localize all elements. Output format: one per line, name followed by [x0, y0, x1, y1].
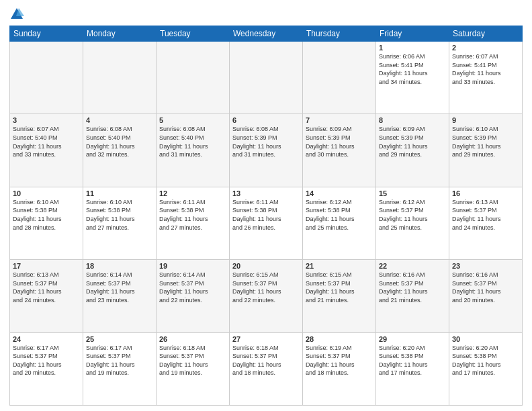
day-info: Sunrise: 6:08 AMSunset: 5:40 PMDaylight:… — [159, 125, 226, 158]
calendar-week: 24Sunrise: 6:17 AMSunset: 5:37 PMDayligh… — [10, 332, 523, 405]
day-info: Sunrise: 6:18 AMSunset: 5:37 PMDaylight:… — [159, 344, 226, 377]
day-info: Sunrise: 6:20 AMSunset: 5:38 PMDaylight:… — [379, 344, 446, 377]
day-info: Sunrise: 6:14 AMSunset: 5:37 PMDaylight:… — [159, 271, 226, 304]
day-info: Sunrise: 6:20 AMSunset: 5:38 PMDaylight:… — [452, 344, 519, 377]
weekday-header: Saturday — [449, 26, 523, 42]
day-number: 28 — [306, 335, 373, 343]
calendar-cell: 7Sunrise: 6:09 AMSunset: 5:39 PMDaylight… — [303, 114, 376, 187]
weekday-header: Sunday — [10, 26, 83, 42]
day-info: Sunrise: 6:09 AMSunset: 5:39 PMDaylight:… — [379, 125, 446, 158]
day-info: Sunrise: 6:08 AMSunset: 5:40 PMDaylight:… — [86, 125, 153, 158]
calendar-cell: 27Sunrise: 6:18 AMSunset: 5:37 PMDayligh… — [230, 332, 303, 405]
day-info: Sunrise: 6:08 AMSunset: 5:39 PMDaylight:… — [232, 125, 300, 158]
calendar-cell: 20Sunrise: 6:15 AMSunset: 5:37 PMDayligh… — [230, 260, 303, 332]
day-number: 21 — [306, 262, 373, 270]
day-number: 12 — [159, 189, 226, 197]
weekday-header: Tuesday — [157, 26, 230, 42]
calendar-cell: 13Sunrise: 6:11 AMSunset: 5:38 PMDayligh… — [230, 187, 303, 259]
day-number: 10 — [13, 189, 80, 197]
calendar-cell: 3Sunrise: 6:07 AMSunset: 5:40 PMDaylight… — [10, 114, 83, 187]
weekday-header: Thursday — [303, 26, 376, 42]
logo-icon — [9, 7, 24, 21]
day-info: Sunrise: 6:11 AMSunset: 5:38 PMDaylight:… — [159, 198, 226, 232]
page: SundayMondayTuesdayWednesdayThursdayFrid… — [0, 0, 532, 411]
calendar-cell: 15Sunrise: 6:12 AMSunset: 5:37 PMDayligh… — [376, 187, 449, 259]
calendar-cell — [83, 42, 157, 114]
calendar-cell: 2Sunrise: 6:07 AMSunset: 5:41 PMDaylight… — [449, 42, 523, 114]
calendar-cell — [10, 42, 83, 114]
day-info: Sunrise: 6:12 AMSunset: 5:38 PMDaylight:… — [306, 198, 373, 232]
day-number: 13 — [232, 189, 300, 197]
day-number: 22 — [379, 262, 446, 270]
calendar-cell: 11Sunrise: 6:10 AMSunset: 5:38 PMDayligh… — [83, 187, 157, 259]
calendar-cell: 6Sunrise: 6:08 AMSunset: 5:39 PMDaylight… — [230, 114, 303, 187]
day-number: 25 — [86, 335, 153, 343]
day-number: 11 — [86, 189, 153, 197]
calendar-cell: 8Sunrise: 6:09 AMSunset: 5:39 PMDaylight… — [376, 114, 449, 187]
calendar-cell — [157, 42, 230, 114]
day-info: Sunrise: 6:10 AMSunset: 5:39 PMDaylight:… — [452, 125, 519, 158]
day-number: 17 — [13, 262, 80, 270]
day-info: Sunrise: 6:09 AMSunset: 5:39 PMDaylight:… — [306, 125, 373, 158]
day-info: Sunrise: 6:15 AMSunset: 5:37 PMDaylight:… — [232, 271, 300, 304]
calendar-cell: 5Sunrise: 6:08 AMSunset: 5:40 PMDaylight… — [157, 114, 230, 187]
day-number: 5 — [159, 116, 226, 124]
day-number: 8 — [379, 116, 446, 124]
calendar-cell: 22Sunrise: 6:16 AMSunset: 5:37 PMDayligh… — [376, 260, 449, 332]
calendar-cell: 28Sunrise: 6:19 AMSunset: 5:37 PMDayligh… — [303, 332, 376, 405]
day-number: 2 — [452, 44, 519, 52]
weekday-header: Monday — [83, 26, 157, 42]
calendar-cell — [230, 42, 303, 114]
day-number: 3 — [13, 116, 80, 124]
calendar-cell: 9Sunrise: 6:10 AMSunset: 5:39 PMDaylight… — [449, 114, 523, 187]
day-number: 9 — [452, 116, 519, 124]
calendar-week: 3Sunrise: 6:07 AMSunset: 5:40 PMDaylight… — [10, 114, 523, 187]
calendar-cell: 25Sunrise: 6:17 AMSunset: 5:37 PMDayligh… — [83, 332, 157, 405]
day-info: Sunrise: 6:12 AMSunset: 5:37 PMDaylight:… — [379, 198, 446, 232]
day-info: Sunrise: 6:11 AMSunset: 5:38 PMDaylight:… — [232, 198, 300, 232]
day-number: 15 — [379, 189, 446, 197]
calendar-cell: 17Sunrise: 6:13 AMSunset: 5:37 PMDayligh… — [10, 260, 83, 332]
calendar-week: 10Sunrise: 6:10 AMSunset: 5:38 PMDayligh… — [10, 187, 523, 259]
day-number: 20 — [232, 262, 300, 270]
day-info: Sunrise: 6:17 AMSunset: 5:37 PMDaylight:… — [13, 344, 80, 377]
calendar-cell — [303, 42, 376, 114]
day-number: 6 — [232, 116, 300, 124]
calendar-cell: 1Sunrise: 6:06 AMSunset: 5:41 PMDaylight… — [376, 42, 449, 114]
day-number: 26 — [159, 335, 226, 343]
header — [9, 7, 523, 21]
day-number: 4 — [86, 116, 153, 124]
day-info: Sunrise: 6:19 AMSunset: 5:37 PMDaylight:… — [306, 344, 373, 377]
day-info: Sunrise: 6:17 AMSunset: 5:37 PMDaylight:… — [86, 344, 153, 377]
weekday-header: Friday — [376, 26, 449, 42]
day-number: 18 — [86, 262, 153, 270]
day-number: 14 — [306, 189, 373, 197]
calendar-cell: 18Sunrise: 6:14 AMSunset: 5:37 PMDayligh… — [83, 260, 157, 332]
day-number: 16 — [452, 189, 519, 197]
calendar-cell: 4Sunrise: 6:08 AMSunset: 5:40 PMDaylight… — [83, 114, 157, 187]
day-info: Sunrise: 6:13 AMSunset: 5:37 PMDaylight:… — [452, 198, 519, 232]
calendar-cell: 21Sunrise: 6:15 AMSunset: 5:37 PMDayligh… — [303, 260, 376, 332]
day-info: Sunrise: 6:10 AMSunset: 5:38 PMDaylight:… — [13, 198, 80, 232]
day-info: Sunrise: 6:10 AMSunset: 5:38 PMDaylight:… — [86, 198, 153, 232]
calendar-cell: 14Sunrise: 6:12 AMSunset: 5:38 PMDayligh… — [303, 187, 376, 259]
day-number: 7 — [306, 116, 373, 124]
day-info: Sunrise: 6:16 AMSunset: 5:37 PMDaylight:… — [452, 271, 519, 304]
day-info: Sunrise: 6:06 AMSunset: 5:41 PMDaylight:… — [379, 52, 446, 86]
weekday-header: Wednesday — [230, 26, 303, 42]
day-info: Sunrise: 6:18 AMSunset: 5:37 PMDaylight:… — [232, 344, 300, 377]
logo — [9, 7, 26, 21]
day-info: Sunrise: 6:07 AMSunset: 5:41 PMDaylight:… — [452, 52, 519, 86]
calendar-cell: 30Sunrise: 6:20 AMSunset: 5:38 PMDayligh… — [449, 332, 523, 405]
day-number: 27 — [232, 335, 300, 343]
calendar-cell: 10Sunrise: 6:10 AMSunset: 5:38 PMDayligh… — [10, 187, 83, 259]
calendar-cell: 19Sunrise: 6:14 AMSunset: 5:37 PMDayligh… — [157, 260, 230, 332]
day-info: Sunrise: 6:07 AMSunset: 5:40 PMDaylight:… — [13, 125, 80, 158]
calendar-cell: 29Sunrise: 6:20 AMSunset: 5:38 PMDayligh… — [376, 332, 449, 405]
day-number: 29 — [379, 335, 446, 343]
day-number: 1 — [379, 44, 446, 52]
calendar-cell: 23Sunrise: 6:16 AMSunset: 5:37 PMDayligh… — [449, 260, 523, 332]
calendar-week: 1Sunrise: 6:06 AMSunset: 5:41 PMDaylight… — [10, 42, 523, 114]
day-info: Sunrise: 6:15 AMSunset: 5:37 PMDaylight:… — [306, 271, 373, 304]
calendar-week: 17Sunrise: 6:13 AMSunset: 5:37 PMDayligh… — [10, 260, 523, 332]
